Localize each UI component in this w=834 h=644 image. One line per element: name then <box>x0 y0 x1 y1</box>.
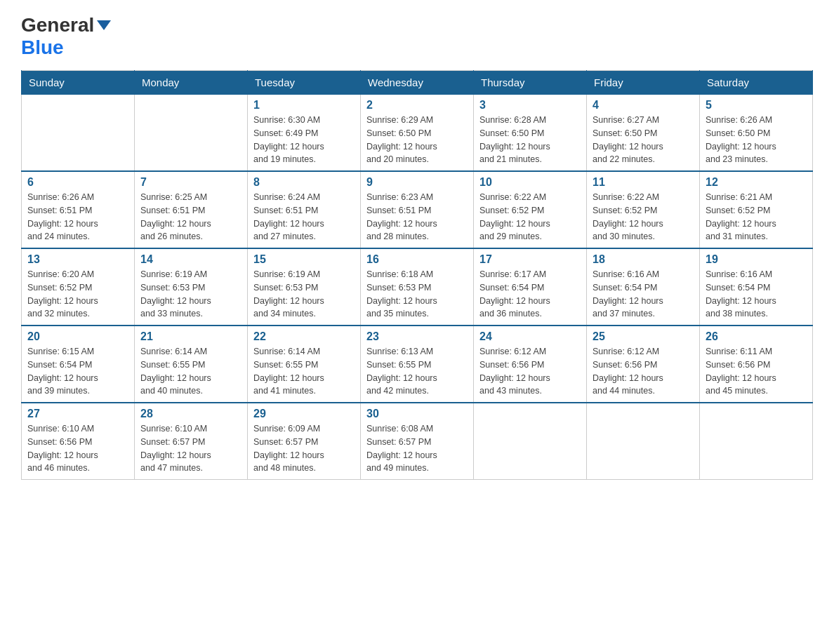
day-number: 17 <box>479 253 581 266</box>
calendar-cell: 8Sunrise: 6:24 AMSunset: 6:51 PMDaylight… <box>248 171 361 248</box>
logo-arrow-icon <box>97 20 111 30</box>
calendar-header-saturday: Saturday <box>700 71 813 95</box>
day-info: Sunrise: 6:11 AMSunset: 6:56 PMDaylight:… <box>706 345 807 398</box>
day-info: Sunrise: 6:14 AMSunset: 6:55 PMDaylight:… <box>140 345 241 398</box>
calendar-cell: 18Sunrise: 6:16 AMSunset: 6:54 PMDayligh… <box>587 248 700 326</box>
day-number: 21 <box>140 330 241 343</box>
day-info: Sunrise: 6:26 AMSunset: 6:50 PMDaylight:… <box>706 114 807 166</box>
day-number: 26 <box>706 330 807 343</box>
calendar-cell <box>22 95 135 172</box>
calendar-cell: 14Sunrise: 6:19 AMSunset: 6:53 PMDayligh… <box>135 248 248 326</box>
calendar-week-2: 6Sunrise: 6:26 AMSunset: 6:51 PMDaylight… <box>22 171 813 248</box>
calendar-week-5: 27Sunrise: 6:10 AMSunset: 6:56 PMDayligh… <box>22 403 813 480</box>
day-number: 5 <box>706 99 807 112</box>
day-info: Sunrise: 6:27 AMSunset: 6:50 PMDaylight:… <box>593 114 694 166</box>
day-info: Sunrise: 6:08 AMSunset: 6:57 PMDaylight:… <box>366 422 468 475</box>
calendar-header-sunday: Sunday <box>22 71 135 95</box>
logo-blue-text: Blue <box>21 36 64 58</box>
calendar-cell: 21Sunrise: 6:14 AMSunset: 6:55 PMDayligh… <box>135 326 248 403</box>
day-info: Sunrise: 6:09 AMSunset: 6:57 PMDaylight:… <box>253 422 355 475</box>
day-info: Sunrise: 6:28 AMSunset: 6:50 PMDaylight:… <box>479 114 581 166</box>
calendar-cell: 2Sunrise: 6:29 AMSunset: 6:50 PMDaylight… <box>361 95 474 172</box>
day-number: 19 <box>706 253 807 266</box>
day-number: 9 <box>366 176 468 189</box>
calendar-cell: 1Sunrise: 6:30 AMSunset: 6:49 PMDaylight… <box>248 95 361 172</box>
day-info: Sunrise: 6:26 AMSunset: 6:51 PMDaylight:… <box>27 191 128 243</box>
day-number: 18 <box>593 253 694 266</box>
day-info: Sunrise: 6:17 AMSunset: 6:54 PMDaylight:… <box>479 268 581 321</box>
day-info: Sunrise: 6:30 AMSunset: 6:49 PMDaylight:… <box>253 114 355 166</box>
day-info: Sunrise: 6:16 AMSunset: 6:54 PMDaylight:… <box>706 268 807 321</box>
day-info: Sunrise: 6:10 AMSunset: 6:57 PMDaylight:… <box>140 422 241 475</box>
calendar-header-monday: Monday <box>135 71 248 95</box>
calendar-cell: 16Sunrise: 6:18 AMSunset: 6:53 PMDayligh… <box>361 248 474 326</box>
calendar-header-wednesday: Wednesday <box>361 71 474 95</box>
calendar-cell: 24Sunrise: 6:12 AMSunset: 6:56 PMDayligh… <box>474 326 587 403</box>
calendar-cell: 5Sunrise: 6:26 AMSunset: 6:50 PMDaylight… <box>700 95 813 172</box>
day-info: Sunrise: 6:21 AMSunset: 6:52 PMDaylight:… <box>706 191 807 243</box>
day-number: 8 <box>253 176 355 189</box>
calendar-cell: 27Sunrise: 6:10 AMSunset: 6:56 PMDayligh… <box>22 403 135 480</box>
day-info: Sunrise: 6:12 AMSunset: 6:56 PMDaylight:… <box>479 345 581 398</box>
calendar-cell: 23Sunrise: 6:13 AMSunset: 6:55 PMDayligh… <box>361 326 474 403</box>
day-number: 14 <box>140 253 241 266</box>
calendar-cell: 9Sunrise: 6:23 AMSunset: 6:51 PMDaylight… <box>361 171 474 248</box>
logo-general-text: General <box>21 14 94 36</box>
day-number: 4 <box>593 99 694 112</box>
calendar-cell: 11Sunrise: 6:22 AMSunset: 6:52 PMDayligh… <box>587 171 700 248</box>
day-info: Sunrise: 6:24 AMSunset: 6:51 PMDaylight:… <box>253 191 355 243</box>
calendar-cell: 13Sunrise: 6:20 AMSunset: 6:52 PMDayligh… <box>22 248 135 326</box>
day-number: 25 <box>593 330 694 343</box>
calendar-cell: 26Sunrise: 6:11 AMSunset: 6:56 PMDayligh… <box>700 326 813 403</box>
day-number: 24 <box>479 330 581 343</box>
day-info: Sunrise: 6:22 AMSunset: 6:52 PMDaylight:… <box>479 191 581 243</box>
day-info: Sunrise: 6:25 AMSunset: 6:51 PMDaylight:… <box>140 191 241 243</box>
calendar-cell: 6Sunrise: 6:26 AMSunset: 6:51 PMDaylight… <box>22 171 135 248</box>
page-header: General Blue <box>21 14 813 59</box>
calendar-cell: 15Sunrise: 6:19 AMSunset: 6:53 PMDayligh… <box>248 248 361 326</box>
day-number: 6 <box>27 176 128 189</box>
day-number: 27 <box>27 408 128 420</box>
day-number: 12 <box>706 176 807 189</box>
day-info: Sunrise: 6:15 AMSunset: 6:54 PMDaylight:… <box>27 345 128 398</box>
calendar-cell: 30Sunrise: 6:08 AMSunset: 6:57 PMDayligh… <box>361 403 474 480</box>
calendar-header-tuesday: Tuesday <box>248 71 361 95</box>
day-number: 13 <box>27 253 128 266</box>
calendar-cell: 25Sunrise: 6:12 AMSunset: 6:56 PMDayligh… <box>587 326 700 403</box>
calendar-week-3: 13Sunrise: 6:20 AMSunset: 6:52 PMDayligh… <box>22 248 813 326</box>
calendar-header-row: SundayMondayTuesdayWednesdayThursdayFrid… <box>22 71 813 95</box>
day-info: Sunrise: 6:19 AMSunset: 6:53 PMDaylight:… <box>140 268 241 321</box>
day-info: Sunrise: 6:23 AMSunset: 6:51 PMDaylight:… <box>366 191 468 243</box>
calendar-header-friday: Friday <box>587 71 700 95</box>
day-number: 22 <box>253 330 355 343</box>
day-info: Sunrise: 6:10 AMSunset: 6:56 PMDaylight:… <box>27 422 128 475</box>
calendar-cell: 4Sunrise: 6:27 AMSunset: 6:50 PMDaylight… <box>587 95 700 172</box>
calendar-cell: 3Sunrise: 6:28 AMSunset: 6:50 PMDaylight… <box>474 95 587 172</box>
day-info: Sunrise: 6:19 AMSunset: 6:53 PMDaylight:… <box>253 268 355 321</box>
calendar-cell: 10Sunrise: 6:22 AMSunset: 6:52 PMDayligh… <box>474 171 587 248</box>
calendar-cell: 12Sunrise: 6:21 AMSunset: 6:52 PMDayligh… <box>700 171 813 248</box>
day-number: 3 <box>479 99 581 112</box>
day-info: Sunrise: 6:29 AMSunset: 6:50 PMDaylight:… <box>366 114 468 166</box>
calendar-cell: 17Sunrise: 6:17 AMSunset: 6:54 PMDayligh… <box>474 248 587 326</box>
day-info: Sunrise: 6:14 AMSunset: 6:55 PMDaylight:… <box>253 345 355 398</box>
day-number: 2 <box>366 99 468 112</box>
calendar-cell: 20Sunrise: 6:15 AMSunset: 6:54 PMDayligh… <box>22 326 135 403</box>
day-number: 1 <box>253 99 355 112</box>
day-number: 28 <box>140 408 241 420</box>
calendar-cell: 19Sunrise: 6:16 AMSunset: 6:54 PMDayligh… <box>700 248 813 326</box>
day-info: Sunrise: 6:18 AMSunset: 6:53 PMDaylight:… <box>366 268 468 321</box>
day-info: Sunrise: 6:22 AMSunset: 6:52 PMDaylight:… <box>593 191 694 243</box>
calendar-cell <box>474 403 587 480</box>
day-info: Sunrise: 6:12 AMSunset: 6:56 PMDaylight:… <box>593 345 694 398</box>
day-number: 20 <box>27 330 128 343</box>
day-info: Sunrise: 6:20 AMSunset: 6:52 PMDaylight:… <box>27 268 128 321</box>
logo: General Blue <box>21 14 114 59</box>
calendar-header-thursday: Thursday <box>474 71 587 95</box>
day-info: Sunrise: 6:13 AMSunset: 6:55 PMDaylight:… <box>366 345 468 398</box>
calendar-week-1: 1Sunrise: 6:30 AMSunset: 6:49 PMDaylight… <box>22 95 813 172</box>
calendar-cell <box>700 403 813 480</box>
calendar-cell: 28Sunrise: 6:10 AMSunset: 6:57 PMDayligh… <box>135 403 248 480</box>
day-number: 30 <box>366 408 468 420</box>
day-number: 10 <box>479 176 581 189</box>
